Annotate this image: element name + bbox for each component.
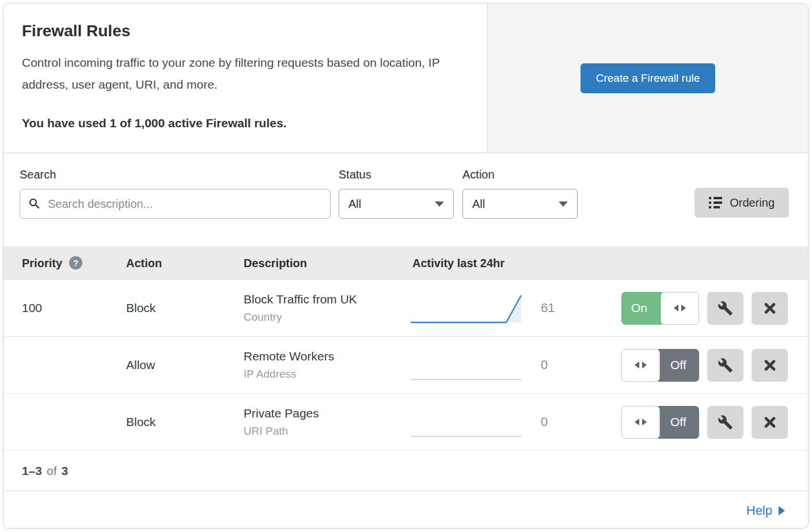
status-label: Status: [339, 168, 454, 181]
edit-rule-button[interactable]: [707, 406, 743, 439]
column-header-description: Description: [244, 257, 409, 270]
delete-rule-button[interactable]: [752, 292, 788, 325]
header-section: Firewall Rules Control incoming traffic …: [3, 3, 808, 153]
pagination-total: 3: [62, 464, 69, 478]
left-right-arrows-icon: [621, 406, 660, 439]
rule-action: Allow: [126, 358, 244, 372]
wrench-icon: [718, 358, 733, 373]
toggle-off-label: Off: [655, 349, 699, 382]
filter-bar: Search Status All Action All: [3, 153, 808, 246]
left-right-arrows-icon: [621, 349, 660, 382]
rule-match-type: IP Address: [244, 368, 409, 381]
row-controls: Off: [621, 349, 808, 382]
activity-sparkline: [409, 406, 525, 439]
delete-rule-button[interactable]: [752, 406, 788, 439]
page-description: Control incoming traffic to your zone by…: [22, 52, 465, 96]
search-group: Search: [20, 168, 331, 219]
x-icon: [762, 301, 777, 316]
rule-action: Block: [126, 415, 244, 429]
pagination-range: 1–3: [22, 464, 42, 478]
action-selected-value: All: [472, 197, 485, 211]
table-row: 100 Block Block Traffic from UK Country …: [3, 280, 808, 337]
row-controls: On: [621, 292, 808, 325]
delete-rule-button[interactable]: [752, 349, 788, 382]
left-right-arrows-icon: [661, 292, 699, 325]
search-icon: [28, 197, 41, 211]
column-header-action: Action: [126, 257, 244, 270]
rule-action: Block: [126, 301, 244, 315]
toggle-on-label: On: [621, 292, 665, 325]
table-row: Allow Remote Workers IP Address 0 Off: [3, 337, 808, 394]
help-bar: Help: [3, 491, 808, 529]
ordered-list-icon: [709, 197, 722, 208]
activity-count: 0: [525, 415, 565, 430]
chevron-down-icon: [559, 202, 568, 207]
search-input[interactable]: [20, 189, 331, 219]
help-link[interactable]: Help: [746, 503, 785, 518]
help-link-label: Help: [746, 503, 772, 518]
status-filter-group: Status All: [339, 168, 454, 219]
toggle-off-label: Off: [655, 406, 699, 439]
firewall-rules-card: Firewall Rules Control incoming traffic …: [3, 3, 809, 529]
x-icon: [762, 358, 777, 373]
column-header-activity: Activity last 24hr: [409, 257, 504, 270]
triangle-right-icon: [779, 506, 785, 515]
chevron-down-icon: [435, 202, 444, 207]
rule-description: Remote Workers: [244, 349, 409, 363]
edit-rule-button[interactable]: [707, 349, 743, 382]
x-icon: [762, 415, 777, 430]
search-field-wrap: [20, 189, 331, 219]
header-text-block: Firewall Rules Control incoming traffic …: [3, 3, 487, 153]
table-row: Block Private Pages URI Path 0 Off: [3, 394, 808, 451]
create-firewall-rule-button[interactable]: Create a Firewall rule: [580, 63, 716, 93]
rule-description-cell: Remote Workers IP Address: [244, 349, 409, 381]
rule-enabled-toggle[interactable]: On: [621, 292, 699, 325]
status-select[interactable]: All: [339, 189, 454, 219]
wrench-icon: [718, 301, 733, 316]
ordering-button[interactable]: Ordering: [695, 188, 789, 218]
wrench-icon: [718, 415, 733, 430]
ordering-button-label: Ordering: [730, 196, 775, 210]
action-select[interactable]: All: [462, 189, 578, 219]
search-label: Search: [20, 168, 331, 181]
activity-sparkline: [409, 292, 525, 325]
usage-summary: You have used 1 of 1,000 active Firewall…: [22, 116, 469, 130]
rule-match-type: URI Path: [244, 425, 409, 438]
activity-count: 61: [525, 301, 565, 316]
rule-enabled-toggle[interactable]: Off: [621, 349, 699, 382]
edit-rule-button[interactable]: [707, 292, 743, 325]
header-action-panel: Create a Firewall rule: [487, 3, 808, 153]
row-controls: Off: [621, 406, 808, 439]
rule-match-type: Country: [244, 311, 409, 324]
action-label: Action: [462, 168, 578, 181]
question-circle-icon[interactable]: ?: [69, 256, 82, 269]
rule-description: Private Pages: [244, 406, 409, 420]
rule-description: Block Traffic from UK: [244, 292, 409, 306]
status-selected-value: All: [348, 197, 361, 211]
column-header-priority: Priority?: [3, 256, 126, 270]
rule-description-cell: Block Traffic from UK Country: [244, 292, 409, 324]
activity-sparkline: [409, 349, 525, 382]
rule-description-cell: Private Pages URI Path: [244, 406, 409, 438]
pagination-bar: 1–3 of 3: [3, 451, 808, 491]
rule-priority: 100: [3, 301, 126, 315]
page-title: Firewall Rules: [22, 22, 469, 40]
pagination-of: of: [47, 464, 57, 478]
activity-count: 0: [525, 358, 565, 373]
table-header: Priority? Action Description Activity la…: [3, 246, 808, 280]
rule-enabled-toggle[interactable]: Off: [621, 406, 699, 439]
action-filter-group: Action All: [462, 168, 578, 219]
